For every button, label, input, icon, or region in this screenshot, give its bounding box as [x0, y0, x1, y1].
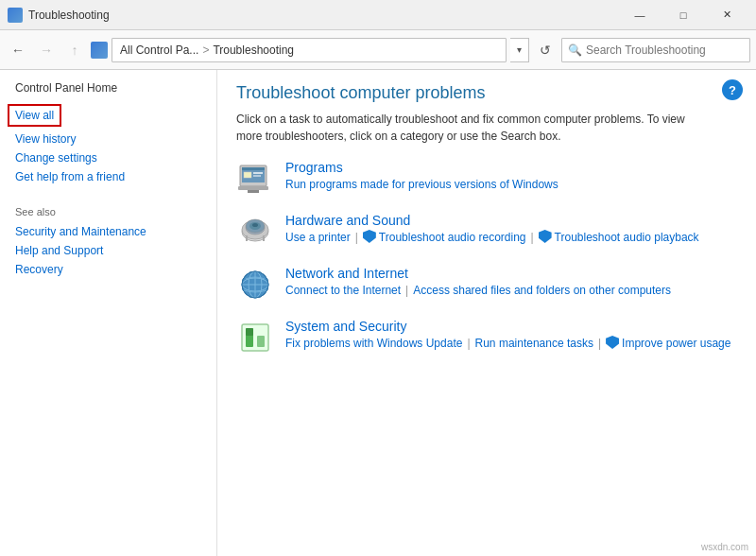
- hardware-icon: [236, 213, 274, 251]
- shield-wrap-2: Troubleshoot audio playback: [539, 231, 699, 244]
- sidebar-link-security[interactable]: Security and Maintenance: [15, 225, 201, 238]
- svg-rect-3: [244, 172, 251, 178]
- address-icon: [91, 42, 108, 59]
- window-controls: — □ ✕: [618, 0, 748, 30]
- hardware-svg: [238, 215, 272, 249]
- svg-rect-24: [257, 336, 265, 347]
- sidebar: Control Panel Home View all View history…: [0, 70, 217, 556]
- address-path[interactable]: All Control Pa... > Troubleshooting: [112, 38, 507, 62]
- svg-rect-2: [242, 167, 265, 170]
- network-link-1[interactable]: Connect to the Internet: [285, 284, 401, 297]
- category-hardware: Hardware and Sound Use a printer | Troub…: [236, 213, 737, 251]
- sidebar-link-change-settings[interactable]: Change settings: [15, 151, 201, 165]
- sidebar-link-help[interactable]: Help and Support: [15, 244, 201, 257]
- window-title: Troubleshooting: [28, 9, 618, 22]
- category-programs: Programs Run programs made for previous …: [236, 160, 737, 198]
- svg-rect-7: [248, 190, 259, 193]
- up-button[interactable]: ↑: [62, 38, 87, 62]
- page-description: Click on a task to automatically trouble…: [236, 111, 690, 145]
- search-box[interactable]: 🔍: [561, 38, 750, 62]
- path-parent: All Control Pa...: [120, 43, 198, 57]
- sep-3: |: [405, 284, 408, 297]
- sep-4: |: [467, 337, 470, 350]
- shield-wrap-1: Troubleshoot audio recording: [363, 231, 526, 244]
- sep-1: |: [355, 231, 358, 244]
- sidebar-home[interactable]: Control Panel Home: [15, 81, 201, 95]
- system-title[interactable]: System and Security: [285, 319, 737, 334]
- sep-2: |: [530, 231, 533, 244]
- category-system: System and Security Fix problems with Wi…: [236, 319, 737, 356]
- watermark: wsxdn.com: [701, 542, 748, 552]
- address-bar: ← → ↑ All Control Pa... > Troubleshootin…: [0, 30, 756, 70]
- help-button[interactable]: ?: [722, 79, 743, 100]
- svg-rect-4: [253, 172, 263, 174]
- svg-rect-25: [246, 328, 253, 336]
- refresh-button[interactable]: ↺: [533, 38, 558, 62]
- sidebar-link-recovery[interactable]: Recovery: [15, 263, 201, 276]
- hardware-links: Use a printer | Troubleshoot audio recor…: [285, 231, 737, 244]
- network-link-2[interactable]: Access shared files and folders on other…: [413, 284, 671, 297]
- sidebar-link-view-all[interactable]: View all: [8, 104, 61, 127]
- programs-title[interactable]: Programs: [285, 160, 737, 175]
- programs-icon: [236, 160, 274, 198]
- minimize-button[interactable]: —: [618, 0, 662, 30]
- sidebar-link-view-history[interactable]: View history: [15, 132, 201, 146]
- shield-icon-3: [606, 336, 619, 349]
- main-layout: Control Panel Home View all View history…: [0, 70, 756, 556]
- programs-links: Run programs made for previous versions …: [285, 178, 737, 191]
- system-svg: [238, 321, 272, 355]
- maximize-button[interactable]: □: [662, 0, 705, 30]
- page-title: Troubleshoot computer problems: [236, 83, 737, 103]
- svg-rect-15: [263, 235, 265, 241]
- programs-link-1[interactable]: Run programs made for previous versions …: [285, 178, 558, 191]
- category-network: Network and Internet Connect to the Inte…: [236, 266, 737, 304]
- path-current: Troubleshooting: [213, 43, 294, 57]
- system-links: Fix problems with Windows Update | Run m…: [285, 337, 737, 350]
- see-also-heading: See also: [15, 206, 201, 217]
- system-content: System and Security Fix problems with Wi…: [285, 319, 737, 350]
- close-button[interactable]: ✕: [705, 0, 748, 30]
- system-icon: [236, 319, 274, 356]
- sidebar-links: View all View history Change settings Ge…: [15, 104, 201, 183]
- title-bar: Troubleshooting — □ ✕: [0, 0, 756, 30]
- hardware-content: Hardware and Sound Use a printer | Troub…: [285, 213, 737, 244]
- shield-icon-2: [539, 230, 552, 243]
- hardware-link-3[interactable]: Troubleshoot audio playback: [555, 231, 699, 244]
- system-link-2[interactable]: Run maintenance tasks: [475, 337, 593, 350]
- system-link-3[interactable]: Improve power usage: [622, 337, 730, 350]
- shield-wrap-3: Improve power usage: [606, 337, 730, 350]
- shield-icon-1: [363, 230, 376, 243]
- network-title[interactable]: Network and Internet: [285, 266, 737, 281]
- hardware-title[interactable]: Hardware and Sound: [285, 213, 737, 228]
- network-content: Network and Internet Connect to the Inte…: [285, 266, 737, 297]
- see-also-section: See also Security and Maintenance Help a…: [15, 206, 201, 276]
- system-link-1[interactable]: Fix problems with Windows Update: [285, 337, 462, 350]
- window-icon: [8, 8, 23, 23]
- search-icon: 🔍: [568, 43, 582, 57]
- svg-rect-6: [238, 186, 268, 190]
- path-separator: >: [202, 43, 209, 57]
- address-dropdown[interactable]: ▾: [510, 38, 529, 62]
- back-button[interactable]: ←: [6, 38, 30, 62]
- search-input[interactable]: [586, 43, 744, 57]
- hardware-link-2[interactable]: Troubleshoot audio recording: [379, 231, 526, 244]
- svg-rect-14: [246, 235, 248, 241]
- network-links: Connect to the Internet | Access shared …: [285, 284, 737, 297]
- programs-svg: [238, 162, 272, 196]
- forward-button[interactable]: →: [34, 38, 59, 62]
- sep-5: |: [598, 337, 601, 350]
- sidebar-link-get-help[interactable]: Get help from a friend: [15, 170, 201, 183]
- network-svg: [238, 268, 272, 302]
- svg-rect-5: [253, 175, 261, 177]
- network-icon: [236, 266, 274, 304]
- content-area: ? Troubleshoot computer problems Click o…: [217, 70, 756, 556]
- programs-content: Programs Run programs made for previous …: [285, 160, 737, 191]
- svg-point-13: [252, 223, 258, 227]
- hardware-link-1[interactable]: Use a printer: [285, 231, 351, 244]
